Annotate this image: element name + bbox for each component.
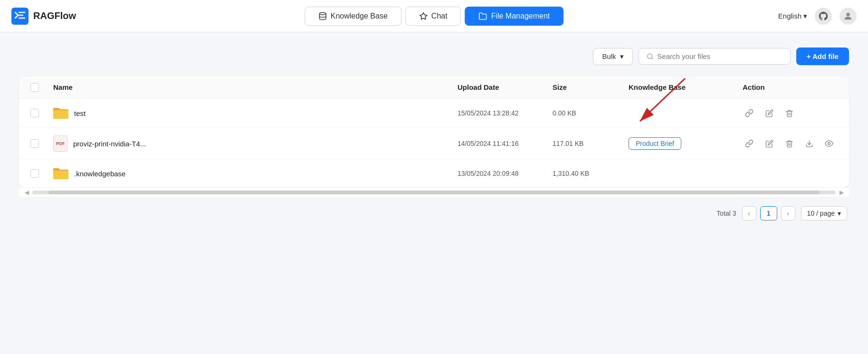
col-upload-date: Upload Date — [458, 83, 553, 92]
page-nav: ‹ 1 › — [742, 206, 795, 220]
svg-line-5 — [651, 57, 653, 59]
svg-point-1 — [319, 12, 326, 15]
scroll-left-arrow[interactable]: ◀ — [23, 189, 30, 196]
chat-star-icon — [419, 12, 428, 20]
edit-action-icon[interactable] — [763, 106, 776, 120]
pdf-file-icon: PDF — [53, 135, 67, 152]
folder-file-icon — [53, 167, 68, 180]
search-icon — [647, 53, 654, 60]
delete-action-icon[interactable] — [782, 137, 796, 150]
file-name-cell: .knowledgebase — [53, 167, 458, 180]
svg-rect-11 — [53, 171, 68, 179]
header-checkbox-cell — [30, 83, 53, 92]
table-row: test 15/05/2024 13:28:42 0.00 KB — [19, 99, 849, 128]
prev-page-button[interactable]: ‹ — [742, 206, 756, 220]
search-input[interactable] — [657, 52, 782, 60]
row-checkbox-cell — [30, 169, 53, 178]
upload-date-cell: 14/05/2024 11:41:16 — [458, 140, 553, 147]
total-count: Total 3 — [716, 210, 736, 217]
row-checkbox-cell — [30, 109, 53, 117]
select-all-checkbox[interactable] — [30, 83, 39, 92]
svg-point-3 — [846, 12, 849, 16]
svg-marker-2 — [420, 12, 427, 19]
edit-action-icon[interactable] — [763, 137, 776, 150]
language-selector[interactable]: English ▾ — [778, 12, 807, 20]
folder-icon — [479, 12, 487, 20]
ragflow-logo-icon — [11, 8, 29, 25]
add-file-button[interactable]: + Add file — [796, 48, 849, 65]
file-name-cell: PDF proviz-print-nvidia-T4... — [53, 135, 458, 152]
current-page[interactable]: 1 — [760, 206, 777, 220]
add-file-label: + Add file — [807, 52, 839, 60]
col-size: Size — [553, 83, 629, 92]
toolbar: Bulk ▾ + Add file — [19, 48, 849, 65]
file-name: .knowledgebase — [74, 170, 125, 178]
scroll-right-arrow[interactable]: ▶ — [838, 189, 845, 196]
table-row: PDF proviz-print-nvidia-T4... 14/05/2024… — [19, 128, 849, 160]
svg-rect-8 — [53, 110, 68, 119]
action-cell — [743, 106, 838, 120]
size-cell: 1,310.40 KB — [553, 170, 629, 177]
file-table: Name Upload Date Size Knowledge Base Act… — [19, 77, 849, 187]
upload-date-cell: 13/05/2024 20:09:48 — [458, 170, 553, 177]
per-page-label: 10 / page — [807, 210, 835, 217]
per-page-chevron-icon: ▾ — [838, 210, 841, 217]
knowledge-base-label: Knowledge Base — [331, 12, 388, 20]
per-page-selector[interactable]: 10 / page ▾ — [801, 206, 847, 220]
logo-text: RAGFlow — [33, 10, 76, 21]
next-page-button[interactable]: › — [781, 206, 795, 220]
action-cell — [743, 137, 838, 150]
folder-file-icon — [53, 107, 68, 119]
size-cell: 117.01 KB — [553, 140, 629, 147]
file-name: test — [74, 109, 86, 117]
nav-tab-chat[interactable]: Chat — [405, 7, 461, 26]
svg-point-10 — [828, 143, 830, 145]
header-right: English ▾ — [778, 8, 857, 25]
size-cell: 0.00 KB — [553, 109, 629, 117]
language-label: English — [778, 12, 801, 20]
main-content: Bulk ▾ + Add file — [0, 32, 868, 354]
col-knowledge-base: Knowledge Base — [629, 83, 743, 92]
scroll-bar-area: ◀ ▶ — [19, 187, 849, 197]
table-header: Name Upload Date Size Knowledge Base Act… — [19, 77, 849, 99]
file-management-label: File Management — [491, 12, 550, 20]
row-checkbox[interactable] — [30, 109, 39, 117]
kb-badge: Product Brief — [629, 137, 681, 150]
nav-tabs: Knowledge Base Chat File Management — [305, 7, 564, 26]
table-row: .knowledgebase 13/05/2024 20:09:48 1,310… — [19, 160, 849, 187]
view-action-icon[interactable] — [822, 137, 836, 150]
search-box — [639, 48, 791, 65]
col-name: Name — [53, 83, 458, 92]
file-name: proviz-print-nvidia-T4... — [73, 140, 146, 148]
chat-label: Chat — [431, 12, 448, 20]
link-action-icon[interactable] — [743, 106, 756, 120]
db-icon — [318, 12, 327, 20]
nav-tab-file-management[interactable]: File Management — [465, 7, 564, 26]
bulk-button[interactable]: Bulk ▾ — [593, 48, 632, 65]
link-action-icon[interactable] — [743, 137, 756, 150]
kb-cell: Product Brief — [629, 137, 743, 150]
pagination: Total 3 ‹ 1 › 10 / page ▾ — [19, 206, 849, 220]
upload-date-cell: 15/05/2024 13:28:42 — [458, 109, 553, 117]
row-checkbox[interactable] — [30, 139, 39, 148]
user-avatar[interactable] — [839, 8, 857, 25]
bulk-chevron-icon: ▾ — [620, 52, 624, 61]
svg-rect-0 — [11, 8, 29, 25]
bulk-label: Bulk — [602, 52, 616, 60]
header: RAGFlow Knowledge Base Chat File Managem… — [0, 0, 868, 32]
delete-action-icon[interactable] — [782, 106, 796, 120]
logo-area: RAGFlow — [11, 8, 76, 25]
lang-chevron-icon: ▾ — [803, 12, 807, 20]
row-checkbox[interactable] — [30, 169, 39, 178]
download-action-icon[interactable] — [802, 137, 816, 150]
scroll-track[interactable] — [32, 191, 836, 194]
github-icon[interactable] — [815, 8, 832, 25]
row-checkbox-cell — [30, 139, 53, 148]
col-action: Action — [743, 83, 838, 92]
file-name-cell: test — [53, 107, 458, 119]
nav-tab-knowledge-base[interactable]: Knowledge Base — [305, 7, 401, 26]
